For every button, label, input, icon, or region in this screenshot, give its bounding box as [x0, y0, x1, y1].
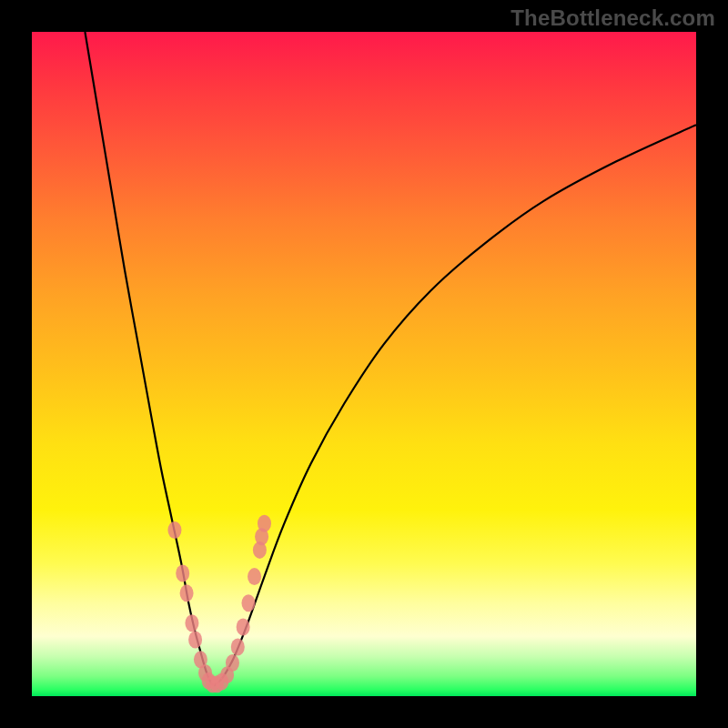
highlight-dot [185, 614, 198, 632]
highlight-dot [180, 584, 194, 602]
watermark-text: TheBottleneck.com [511, 5, 715, 31]
plot-area [32, 32, 696, 696]
curve-left [85, 32, 213, 685]
chart-frame: TheBottleneck.com [0, 0, 728, 728]
highlight-dot [176, 564, 189, 581]
curve-svg [32, 32, 696, 696]
highlight-dot [167, 521, 181, 539]
highlight-dot [188, 631, 202, 648]
highlight-dot [241, 594, 255, 612]
curve-left-path [85, 32, 213, 685]
highlight-dot [248, 568, 261, 585]
curve-right [213, 125, 696, 685]
highlight-dot [237, 619, 250, 636]
highlight-dot [226, 654, 239, 672]
curve-right-path [213, 125, 696, 685]
highlight-dot [258, 515, 271, 532]
highlight-dot [231, 638, 245, 655]
